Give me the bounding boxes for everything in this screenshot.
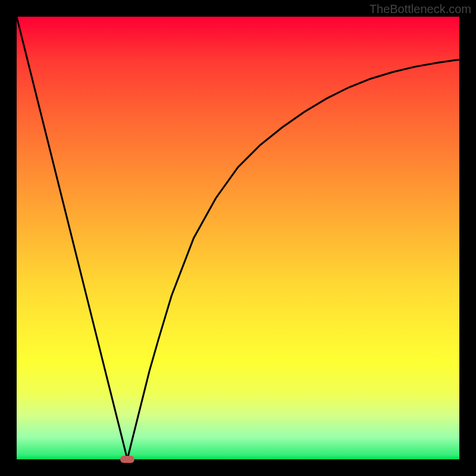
bottleneck-curve (17, 17, 459, 459)
chart-plot-area (17, 17, 459, 459)
watermark-text: TheBottleneck.com (369, 2, 471, 16)
optimal-point-marker (120, 456, 134, 463)
